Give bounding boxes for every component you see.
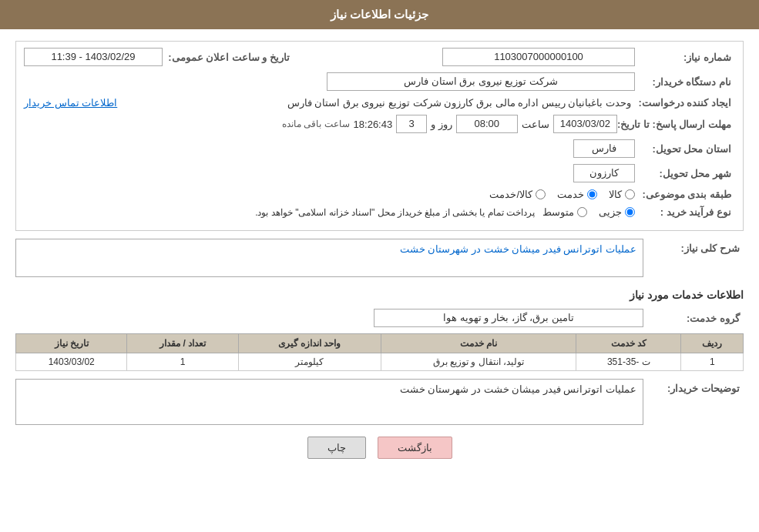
- remaining-label: ساعت باقی مانده: [282, 119, 350, 129]
- page-title: جزئیات اطلاعات نیاز: [331, 8, 428, 21]
- table-row: 1ت -35-351تولید، انتقال و توزیع برقکیلوم…: [16, 353, 744, 371]
- tozihat-value: عملیات اتوترانس فیدر میشان خشت در شهرستا…: [15, 379, 643, 425]
- nooe-jazzi-radio[interactable]: [625, 207, 635, 217]
- print-button[interactable]: چاپ: [307, 437, 366, 459]
- nooe-motavaset-radio[interactable]: [577, 207, 587, 217]
- mohlat-label: مهلت ارسال پاسخ: تا تاریخ:: [617, 119, 735, 130]
- ijad-value: وحدت باغبانیان رییس اداره مالی برق کارزو…: [121, 97, 631, 109]
- col-radif: ردیف: [681, 334, 744, 353]
- ostan-label: استان محل تحویل:: [635, 143, 735, 155]
- tabaqe-label: طبقه بندی موضوعی:: [635, 189, 735, 200]
- ijad-label: ایجاد کننده درخواست:: [635, 97, 735, 109]
- tabaqe-kala-khadamat-radio[interactable]: [536, 189, 546, 199]
- services-table: ردیف کد خدمت نام خدمت واحد اندازه گیری ت…: [15, 333, 744, 371]
- col-nam: نام خدمت: [381, 334, 576, 353]
- services-title: اطلاعات خدمات مورد نیاز: [15, 285, 744, 305]
- col-tedad: تعداد / مقدار: [127, 334, 238, 353]
- tabaqe-kala-label: کالا: [609, 189, 622, 200]
- shahr-value: کارزون: [573, 164, 635, 182]
- col-tarikh: تاریخ نیاز: [16, 334, 127, 353]
- mohlat-time: 08:00: [456, 115, 518, 133]
- mohlat-roz: 3: [396, 115, 427, 133]
- mohlat-time2-val: 18:26:43: [354, 119, 393, 130]
- tabaqe-kala-khadamat-item[interactable]: کالا/خدمت: [489, 189, 546, 200]
- ettela-link[interactable]: اطلاعات تماس خریدار: [24, 97, 117, 109]
- sharh-label: شرح کلی نیاز:: [643, 239, 744, 254]
- ostan-value: فارس: [573, 139, 635, 158]
- mohlat-roz-label: روز و: [431, 119, 452, 130]
- tabaqe-khadamat-label: خدمت: [557, 189, 584, 200]
- col-kod: کد خدمت: [576, 334, 681, 353]
- shomara-label: شماره نیاز:: [635, 52, 735, 63]
- tozihat-label: توضیحات خریدار:: [643, 379, 744, 394]
- nam-dastgah-value: شرکت توزیع نیروی برق استان فارس: [327, 72, 635, 91]
- tabaqe-kala-khadamat-label: کالا/خدمت: [489, 189, 532, 200]
- tabaqe-kala-radio[interactable]: [625, 189, 635, 199]
- tabaqe-radio-group: کالا خدمت کالا/خدمت: [489, 189, 635, 200]
- mohlat-date: 1403/03/02: [553, 115, 617, 133]
- shomara-value: 1103007000000100: [442, 48, 635, 66]
- taarikh-label: تاریخ و ساعت اعلان عمومی:: [163, 52, 294, 63]
- back-button[interactable]: بازگشت: [378, 437, 452, 459]
- grohe-value: تامین برق، گاز، بخار و تهویه هوا: [374, 309, 643, 327]
- page-header: جزئیات اطلاعات نیاز: [0, 0, 759, 29]
- tabaqe-khadamat-radio[interactable]: [587, 189, 597, 199]
- taarikh-value: 1403/02/29 - 11:39: [24, 48, 163, 66]
- col-vahed: واحد اندازه گیری: [238, 334, 381, 353]
- tabaqe-kala-item[interactable]: کالا: [609, 189, 635, 200]
- nooe-radio-group: جزیی متوسط: [542, 206, 635, 218]
- grohe-label: گروه خدمت:: [643, 313, 744, 324]
- tabaqe-khadamat-item[interactable]: خدمت: [557, 189, 597, 200]
- nooe-motavaset-label: متوسط: [542, 206, 574, 218]
- mohlat-time-label: ساعت: [522, 119, 549, 130]
- nooe-motavaset-item[interactable]: متوسط: [542, 206, 587, 218]
- nooe-label: نوع فرآیند خرید :: [635, 206, 735, 218]
- buttons-row: بازگشت چاپ: [15, 437, 744, 459]
- nooe-jazzi-item[interactable]: جزیی: [599, 206, 635, 218]
- shahr-label: شهر محل تحویل:: [635, 168, 735, 179]
- sharh-value: عملیات اتوترانس فیدر میشان خشت در شهرستا…: [15, 239, 643, 277]
- nam-dastgah-label: نام دستگاه خریدار:: [635, 76, 735, 88]
- nooe-desc: پرداخت تمام یا بخشی از مبلغ خریداز محل "…: [255, 207, 535, 218]
- nooe-jazzi-label: جزیی: [599, 206, 622, 218]
